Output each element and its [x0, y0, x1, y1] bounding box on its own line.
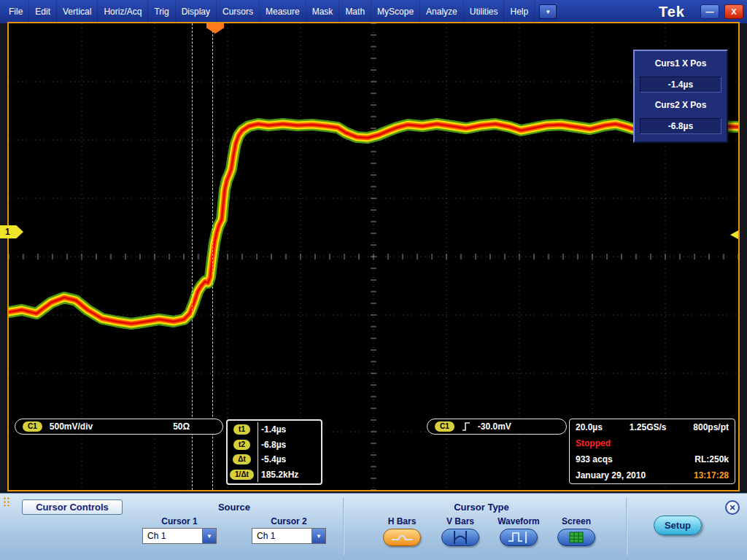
menu-display[interactable]: Display: [176, 0, 217, 23]
panel-grip-icon: [3, 497, 11, 506]
menu-horiz-acq[interactable]: Horiz/Acq: [98, 0, 148, 23]
inverse-delta-t-value: 185.2kHz: [256, 470, 298, 480]
screen-label: Screen: [552, 516, 600, 526]
acquisition-status-row: Stopped: [576, 438, 729, 448]
cursor1-source-select[interactable]: Ch 1 ▼: [142, 528, 217, 544]
channel-termination: 50Ω: [173, 421, 190, 432]
cursor1-label: Cursor 1: [142, 516, 217, 526]
horizontal-readout-row: 20.0µs 1.25GS/s 800ps/pt: [576, 422, 729, 432]
record-length: RL:250k: [694, 454, 729, 464]
menu-measure[interactable]: Measure: [260, 0, 306, 23]
cursor-t1-row: t1 -1.4µs: [228, 422, 321, 437]
curs2-x-pos-value[interactable]: -6.8µs: [640, 118, 721, 134]
t2-value: -6.8µs: [256, 440, 286, 450]
sample-rate-value: 1.25GS/s: [630, 422, 667, 432]
cursor-position-popup: Curs1 X Pos -1.4µs Curs2 X Pos -6.8µs: [633, 50, 728, 143]
cursor2-source-select[interactable]: Ch 1 ▼: [252, 528, 326, 544]
titlebar-right: Tek — X: [659, 4, 747, 20]
cursor1-dropdown-arrow: ▼: [202, 529, 216, 543]
cursor-measurement-readout[interactable]: t1 -1.4µs t2 -6.8µs Δt -5.4µs 1/Δt 185.2…: [226, 419, 322, 485]
channel-1-marker-label: 1: [5, 227, 10, 237]
source-section-label: Source: [147, 502, 322, 513]
waveform-area: 1 C1 500mV/div 50Ω t1 -1.4µs t2 -6.8µs: [9, 23, 738, 490]
time-value: 13:17:28: [694, 470, 729, 481]
cursor2-source-value: Ch 1: [252, 529, 311, 543]
cursor-inverse-delta-t-row: 1/Δt 185.2kHz: [228, 467, 321, 482]
datetime-row: January 29, 2010 13:17:28: [576, 470, 729, 481]
waveform-cursor-icon: [507, 529, 530, 545]
cursor2-label: Cursor 2: [252, 516, 326, 526]
waveform-button[interactable]: [500, 529, 538, 546]
channel-badge: C1: [23, 421, 42, 432]
screen-button[interactable]: [557, 529, 595, 546]
menu-math[interactable]: Math: [339, 0, 371, 23]
trigger-source-badge: C1: [435, 421, 454, 432]
menu-help[interactable]: Help: [504, 0, 535, 23]
delta-t-badge: Δt: [233, 454, 251, 464]
menu-utilities[interactable]: Utilities: [464, 0, 505, 23]
h-bars-icon: [390, 529, 414, 545]
setup-button[interactable]: Setup: [654, 516, 702, 535]
screen-grid-icon: [565, 529, 588, 545]
t1-badge: t1: [233, 424, 250, 435]
close-icon: X: [731, 7, 736, 16]
minimize-icon: —: [706, 7, 714, 16]
panel-close-button[interactable]: ✕: [725, 500, 740, 515]
graticule-frame: 1 C1 500mV/div 50Ω t1 -1.4µs t2 -6.8µs: [7, 22, 740, 491]
cursor-type-waveform[interactable]: Waveform: [495, 516, 543, 546]
cursor-controls-panel: Cursor Controls Source Cursor 1 Ch 1 ▼ C…: [0, 493, 747, 560]
curs1-x-pos-label: Curs1 X Pos: [655, 58, 707, 69]
cursor-type-section-label: Cursor Type: [390, 502, 573, 513]
t1-value: -1.4µs: [256, 424, 286, 435]
menu-analyze[interactable]: Analyze: [420, 0, 464, 23]
rising-edge-icon: [461, 421, 471, 432]
h-bars-button[interactable]: [383, 529, 421, 546]
waveform-label: Waveform: [495, 516, 543, 526]
chevron-down-icon: ▼: [545, 9, 551, 15]
menu-edit[interactable]: Edit: [29, 0, 57, 23]
cursor1-source-value: Ch 1: [143, 529, 202, 543]
date-value: January 29, 2010: [576, 470, 646, 481]
acquisition-count-row: 933 acqs RL:250k: [576, 454, 729, 464]
channel-readout[interactable]: C1 500mV/div 50Ω: [15, 419, 223, 435]
menu-file[interactable]: File: [3, 0, 29, 23]
v-bars-icon: [449, 529, 472, 545]
acquisition-readout[interactable]: 20.0µs 1.25GS/s 800ps/pt Stopped 933 acq…: [569, 419, 735, 484]
tek-logo: Tek: [659, 4, 685, 20]
section-divider: [626, 498, 627, 555]
trigger-level-value: -30.0mV: [478, 421, 511, 432]
menu-cursors[interactable]: Cursors: [217, 0, 260, 23]
sample-interval-value: 800ps/pt: [693, 422, 729, 432]
status-badge: Stopped: [576, 438, 611, 448]
menu-trig[interactable]: Trig: [148, 0, 175, 23]
cursor-t2-row: t2 -6.8µs: [228, 438, 321, 452]
acquisition-count: 933 acqs: [576, 454, 613, 464]
menu-dropdown-button[interactable]: ▼: [539, 4, 557, 19]
menu-myscope[interactable]: MyScope: [371, 0, 420, 23]
cursor-type-screen[interactable]: Screen: [552, 516, 600, 546]
cursor-delta-t-row: Δt -5.4µs: [228, 452, 321, 467]
chevron-down-icon: ▼: [206, 533, 212, 540]
menu-vertical[interactable]: Vertical: [57, 0, 98, 23]
panel-title: Cursor Controls: [22, 499, 123, 515]
v-bars-label: V Bars: [436, 516, 484, 526]
trigger-level-arrow[interactable]: [730, 230, 738, 239]
timebase-value: 20.0µs: [576, 422, 603, 432]
trigger-readout[interactable]: C1 -30.0mV: [427, 419, 567, 435]
cursor-type-h-bars[interactable]: H Bars: [378, 516, 426, 546]
v-bars-button[interactable]: [441, 529, 479, 546]
minimize-button[interactable]: —: [700, 4, 719, 19]
menu-bar: File Edit Vertical Horiz/Acq Trig Displa…: [0, 0, 747, 23]
curs2-x-pos-label: Curs2 X Pos: [655, 100, 707, 110]
cursor2-dropdown-arrow: ▼: [311, 529, 325, 543]
section-divider: [343, 498, 344, 555]
t2-badge: t2: [233, 440, 250, 450]
panel-close-icon: ✕: [729, 503, 735, 513]
h-bars-label: H Bars: [378, 516, 426, 526]
delta-t-value: -5.4µs: [256, 454, 286, 464]
close-button[interactable]: X: [724, 4, 743, 19]
oscilloscope-app: File Edit Vertical Horiz/Acq Trig Displa…: [0, 0, 747, 560]
cursor-type-v-bars[interactable]: V Bars: [436, 516, 484, 546]
curs1-x-pos-value[interactable]: -1.4µs: [640, 77, 721, 93]
menu-mask[interactable]: Mask: [306, 0, 340, 23]
